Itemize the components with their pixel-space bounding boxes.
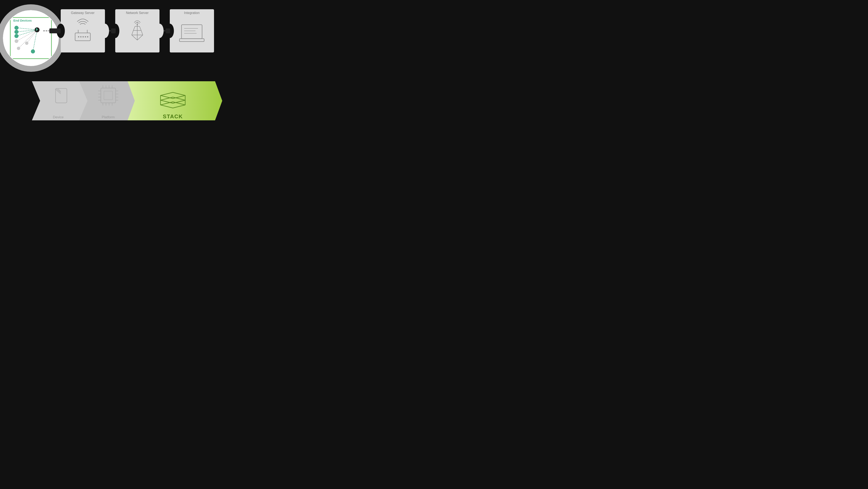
svg-point-17 (14, 34, 19, 38)
platform-label: Platform (102, 115, 115, 119)
svg-point-33 (80, 36, 82, 37)
svg-text:End Devices: End Devices (13, 19, 32, 22)
integration-label: Integration (184, 11, 199, 14)
svg-point-18 (14, 39, 18, 43)
svg-point-15 (14, 26, 19, 30)
diagram-container: End Devices (0, 0, 247, 139)
diagram-svg: End Devices (0, 0, 247, 139)
gateway-label: Gateway Server (71, 11, 95, 14)
svg-point-21 (25, 41, 28, 45)
svg-rect-24 (61, 9, 105, 53)
svg-rect-41 (111, 28, 116, 33)
svg-point-35 (85, 36, 86, 37)
svg-point-16 (14, 30, 19, 34)
device-label: Device (53, 115, 64, 119)
network-server-label: Network Server (126, 11, 149, 14)
svg-rect-56 (166, 28, 170, 33)
svg-point-34 (83, 36, 84, 37)
svg-point-36 (87, 36, 88, 37)
svg-point-32 (78, 36, 79, 37)
svg-point-20 (31, 50, 35, 54)
svg-point-19 (17, 47, 20, 50)
svg-point-39 (155, 24, 164, 38)
svg-rect-27 (50, 28, 61, 33)
svg-point-52 (137, 24, 138, 25)
stack-label: STACK (163, 113, 183, 120)
svg-point-25 (101, 24, 109, 38)
